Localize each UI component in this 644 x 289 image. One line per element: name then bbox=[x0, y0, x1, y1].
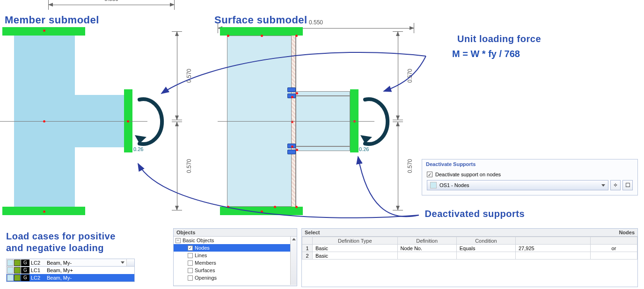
lc-g: G bbox=[21, 275, 29, 281]
dim-width-label-r: 0.550 bbox=[218, 19, 414, 26]
tree-root-label: Basic Objects bbox=[183, 238, 214, 243]
member-submodel-title: Member submodel bbox=[5, 14, 99, 26]
tree-item-lines[interactable]: Lines bbox=[174, 252, 297, 259]
node bbox=[227, 35, 229, 37]
lc-code: LC2 bbox=[29, 275, 45, 281]
cell[interactable]: 27,925 bbox=[516, 245, 591, 252]
tree-root[interactable]: − Basic Objects bbox=[174, 237, 297, 244]
dimension-h-upper: 0.570 bbox=[175, 31, 179, 120]
svg-marker-0 bbox=[135, 135, 146, 144]
lc-code: LC1 bbox=[29, 267, 45, 273]
formula-label: M = W * fy / 768 bbox=[452, 49, 520, 59]
tree-item-nodes[interactable]: ✓ Nodes bbox=[174, 244, 297, 252]
chevron-down-icon bbox=[121, 261, 124, 264]
cell[interactable]: Node No. bbox=[397, 245, 456, 252]
node bbox=[127, 120, 129, 123]
select-table[interactable]: Definition Type Definition Condition 1 B… bbox=[302, 237, 637, 260]
dim-h-upper-label: 0.570 bbox=[186, 69, 192, 83]
cell[interactable] bbox=[591, 252, 637, 260]
dim-label: 0.570 bbox=[407, 159, 413, 173]
row-index: 2 bbox=[302, 252, 313, 260]
handle bbox=[287, 87, 296, 92]
lc-name: Beam, My- bbox=[45, 260, 121, 266]
lc-name: Beam, My- bbox=[45, 275, 134, 281]
cell[interactable]: Basic bbox=[313, 252, 398, 260]
deactivate-supports-panel: Deactivate Supports ✓ Deactivate support… bbox=[422, 159, 638, 195]
table-row[interactable]: 1 Basic Node No. Equals 27,925 or bbox=[302, 245, 637, 252]
checkbox[interactable] bbox=[188, 260, 193, 266]
scrollbar[interactable] bbox=[290, 237, 297, 285]
deactivated-supports-label: Deactivated supports bbox=[425, 209, 525, 219]
cell[interactable] bbox=[516, 252, 591, 260]
tree-item-surfaces[interactable]: Surfaces bbox=[174, 267, 297, 274]
collapse-icon[interactable]: − bbox=[176, 238, 181, 243]
cell[interactable]: Basic bbox=[313, 245, 398, 252]
dim-h-lower-label: 0.570 bbox=[186, 159, 192, 173]
loadcase-item[interactable]: G LC2 Beam, My- bbox=[7, 274, 134, 282]
node bbox=[295, 206, 298, 208]
tree-label: Lines bbox=[195, 253, 207, 258]
new-selection-button[interactable]: ✧ bbox=[610, 180, 621, 190]
checkbox[interactable] bbox=[188, 253, 193, 258]
cell[interactable] bbox=[456, 252, 515, 260]
handle bbox=[287, 150, 296, 154]
node bbox=[291, 96, 293, 98]
flange-upper bbox=[296, 91, 350, 96]
swatch-icon bbox=[430, 182, 437, 188]
axis-h-right bbox=[218, 121, 374, 122]
node bbox=[295, 35, 298, 37]
moment-value-left: 0.26 bbox=[133, 146, 143, 152]
objects-header: Objects bbox=[174, 229, 297, 237]
node bbox=[261, 35, 263, 37]
dimension-h-upper-r: 0.570 bbox=[395, 31, 400, 120]
axis-h-left bbox=[0, 121, 147, 122]
node bbox=[291, 145, 293, 148]
pick-selection-button[interactable]: ☐ bbox=[622, 180, 633, 190]
moment-arc-icon bbox=[132, 96, 165, 147]
loadcases-caption: Load cases for positive and negative loa… bbox=[6, 231, 116, 254]
checkbox[interactable]: ✓ bbox=[427, 172, 432, 177]
deact-check-label: Deactivate support on nodes bbox=[435, 172, 501, 177]
loadcase-selected[interactable]: G LC2 Beam, My- bbox=[7, 259, 134, 267]
chevron-down-icon bbox=[601, 184, 605, 187]
objects-tree[interactable]: − Basic Objects ✓ Nodes Lines Members Su… bbox=[174, 237, 297, 285]
svg-marker-1 bbox=[360, 135, 372, 144]
node bbox=[296, 149, 298, 151]
checkbox[interactable]: ✓ bbox=[188, 246, 193, 251]
checkbox[interactable] bbox=[188, 275, 193, 281]
deact-checkbox-row[interactable]: ✓ Deactivate support on nodes bbox=[427, 172, 633, 177]
cell[interactable]: Equals bbox=[456, 245, 515, 252]
lc-name: Beam, My+ bbox=[45, 267, 134, 273]
loadcase-item[interactable]: G LC1 Beam, My+ bbox=[7, 267, 134, 274]
cell[interactable]: or bbox=[591, 245, 637, 252]
tree-item-openings[interactable]: Openings bbox=[174, 274, 297, 282]
tree-item-members[interactable]: Members bbox=[174, 259, 297, 267]
dim-label: 0.570 bbox=[407, 69, 413, 83]
col-condition: Condition bbox=[456, 237, 515, 245]
node bbox=[296, 92, 298, 94]
tree-label: Surfaces bbox=[195, 267, 215, 273]
cell[interactable] bbox=[397, 252, 456, 260]
node bbox=[43, 29, 45, 32]
row-index: 1 bbox=[302, 245, 313, 252]
checkbox[interactable] bbox=[188, 268, 193, 273]
deact-title: Deactivate Supports bbox=[422, 159, 637, 169]
unit-loading-force-label: Unit loading force bbox=[457, 34, 541, 44]
table-row[interactable]: 2 Basic bbox=[302, 252, 637, 260]
node bbox=[43, 210, 45, 213]
loadcase-dropdown[interactable]: G LC2 Beam, My- G LC1 Beam, My+ G LC2 Be… bbox=[6, 259, 135, 282]
dim-width-label: 0.550 bbox=[48, 0, 175, 2]
dropdown-value: OS1 - Nodes bbox=[439, 182, 469, 188]
member-submodel-figure: 0.550 0.570 0.570 0.26 bbox=[2, 26, 204, 217]
lc-g: G bbox=[21, 260, 29, 266]
node bbox=[274, 206, 276, 208]
select-panel: Select Nodes Definition Type Definition … bbox=[301, 228, 638, 287]
node bbox=[43, 120, 45, 123]
select-title: Select bbox=[305, 230, 320, 235]
object-selection-dropdown[interactable]: OS1 - Nodes bbox=[427, 180, 608, 190]
node bbox=[261, 210, 263, 213]
dimension-h-lower-r: 0.570 bbox=[395, 122, 400, 210]
dimension-width: 0.550 bbox=[48, 2, 175, 7]
col-definition: Definition bbox=[397, 237, 456, 245]
col-def-type: Definition Type bbox=[313, 237, 398, 245]
